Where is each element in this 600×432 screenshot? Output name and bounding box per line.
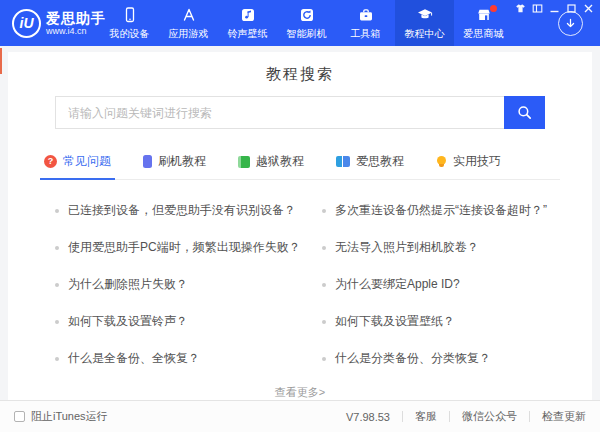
nav-label: 教程中心 [405,27,445,41]
search-bar [55,96,545,129]
jailbreak-book-icon [238,156,250,168]
nav-item-store[interactable]: 爱思商城 [454,0,513,46]
tab-label: 常见问题 [63,153,111,170]
faq-text: 如何下载及设置铃声？ [68,313,188,330]
checkbox-icon[interactable] [14,411,25,422]
faq-text: 为什么删除照片失败？ [68,276,188,293]
music-note-icon [239,6,257,24]
lightbulb-icon [436,156,447,167]
app-url: www.i4.cn [46,26,106,36]
faq-item[interactable]: 多次重连设备仍然提示“连接设备超时？” [322,202,572,219]
logo-icon: iU [12,9,41,38]
faq-item[interactable]: 无法导入照片到相机胶卷？ [322,239,572,256]
tab-label: 爱思教程 [356,153,404,170]
maximize-icon[interactable] [566,3,577,14]
bullet-icon [55,209,59,213]
wechat-account-link[interactable]: 微信公众号 [462,409,517,424]
faq-item[interactable]: 什么是全备份、全恢复？ [55,350,322,367]
app-title: 爱思助手 [46,11,106,26]
tab-common-questions[interactable]: ? 常见问题 [40,153,115,179]
view-more-link[interactable]: 查看更多> [8,385,592,400]
bullet-icon [55,246,59,250]
search-input[interactable] [55,96,504,129]
question-icon: ? [44,155,57,168]
download-arrow-button[interactable] [558,11,583,36]
bullet-icon [55,283,59,287]
nav-label: 工具箱 [351,27,381,41]
faq-text: 多次重连设备仍然提示“连接设备超时？” [335,202,547,219]
nav-item-ringtones-wallpapers[interactable]: 铃声壁纸 [218,0,277,46]
bullet-icon [55,320,59,324]
faq-text: 如何下载及设置壁纸？ [335,313,455,330]
nav-label: 铃声壁纸 [228,27,268,41]
apps-icon [180,6,198,24]
layout-icon[interactable] [532,3,543,14]
graduation-cap-icon [416,6,434,24]
content-panel: 教程搜索 ? 常见问题 刷机教程 越狱教程 爱思教程 实用技巧 已连接到设备，但… [8,52,592,400]
refresh-icon [298,6,316,24]
skin-icon[interactable] [515,3,526,14]
nav-item-smart-flash[interactable]: 智能刷机 [277,0,336,46]
bullet-icon [55,357,59,361]
nav-item-apps-games[interactable]: 应用游戏 [159,0,218,46]
bullet-icon [322,283,326,287]
down-arrow-icon [563,16,578,31]
open-book-icon [336,156,350,167]
nav-label: 应用游戏 [169,27,209,41]
faq-text: 为什么要绑定Apple ID? [335,276,460,293]
briefcase-icon [357,6,375,24]
faq-item[interactable]: 为什么要绑定Apple ID? [322,276,572,293]
version-label: V7.98.53 [346,411,390,423]
phone-tab-icon [143,155,152,168]
notification-dot [490,5,497,12]
logo-badge-text: iU [20,15,34,31]
window-controls [515,3,594,14]
nav-item-tutorial-center[interactable]: 教程中心 [395,0,454,46]
minimize-icon[interactable] [549,3,560,14]
tab-flash-tutorial[interactable]: 刷机教程 [139,153,210,179]
nav-label: 我的设备 [110,27,150,41]
tab-practical-tips[interactable]: 实用技巧 [432,153,505,179]
faq-item[interactable]: 使用爱思助手PC端时，频繁出现操作失败？ [55,239,322,256]
tab-label: 实用技巧 [453,153,501,170]
faq-text: 什么是分类备份、分类恢复？ [335,350,491,367]
app-header: iU 爱思助手 www.i4.cn 我的设备 应用游戏 铃声壁纸 [0,0,600,46]
faq-item[interactable]: 如何下载及设置铃声？ [55,313,322,330]
logo-text: 爱思助手 www.i4.cn [46,11,106,36]
faq-text: 无法导入照片到相机胶卷？ [335,239,479,256]
faq-item[interactable]: 已连接到设备，但爱思助手没有识别设备？ [55,202,322,219]
faq-list: 已连接到设备，但爱思助手没有识别设备？ 多次重连设备仍然提示“连接设备超时？” … [8,180,592,367]
tab-bar: ? 常见问题 刷机教程 越狱教程 爱思教程 实用技巧 [40,153,560,180]
nav-item-toolbox[interactable]: 工具箱 [336,0,395,46]
divider [449,411,450,422]
check-update-link[interactable]: 检查更新 [542,409,586,424]
faq-text: 什么是全备份、全恢复？ [68,350,200,367]
divider [402,411,403,422]
close-icon[interactable] [583,3,594,14]
bullet-icon [322,357,326,361]
bullet-icon [322,209,326,213]
divider [529,411,530,422]
bullet-icon [322,246,326,250]
faq-item[interactable]: 如何下载及设置壁纸？ [322,313,572,330]
search-icon [516,104,533,121]
phone-icon [121,6,139,24]
status-bar: 阻止iTunes运行 V7.98.53 客服 微信公众号 检查更新 [0,400,600,432]
tab-aisi-tutorial[interactable]: 爱思教程 [332,153,408,179]
nav-label: 智能刷机 [287,27,327,41]
customer-service-link[interactable]: 客服 [415,409,437,424]
faq-item[interactable]: 为什么删除照片失败？ [55,276,322,293]
side-accent [0,48,2,74]
bullet-icon [322,320,326,324]
footer-links: V7.98.53 客服 微信公众号 检查更新 [346,409,586,424]
app-logo[interactable]: iU 爱思助手 www.i4.cn [0,9,100,38]
nav-item-my-devices[interactable]: 我的设备 [100,0,159,46]
tab-jailbreak-tutorial[interactable]: 越狱教程 [234,153,308,179]
tab-label: 越狱教程 [256,153,304,170]
block-itunes-checkbox[interactable]: 阻止iTunes运行 [14,409,108,424]
faq-item[interactable]: 什么是分类备份、分类恢复？ [322,350,572,367]
faq-text: 已连接到设备，但爱思助手没有识别设备？ [68,202,296,219]
main-nav: 我的设备 应用游戏 铃声壁纸 智能刷机 工具箱 [100,0,513,46]
search-button[interactable] [504,96,545,129]
nav-label: 爱思商城 [464,27,504,41]
